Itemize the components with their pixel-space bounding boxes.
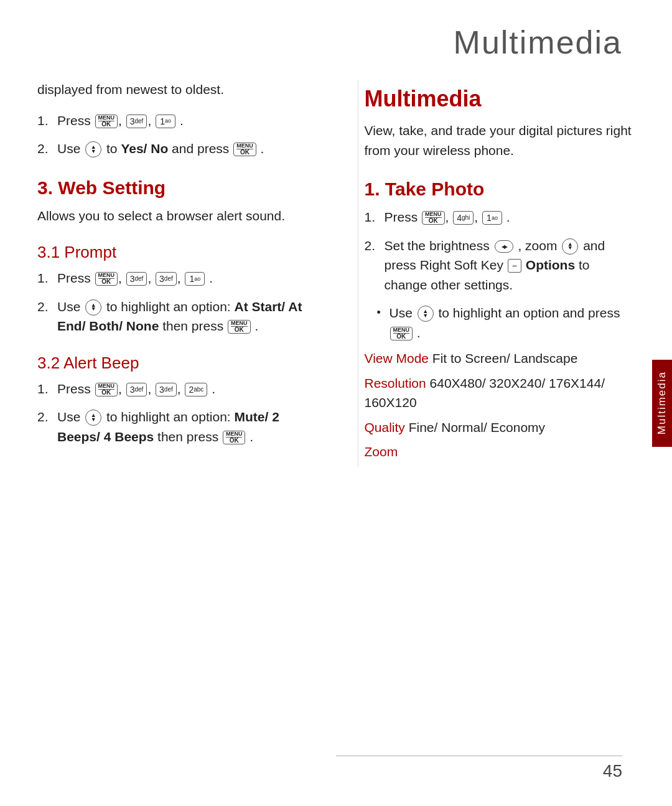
key-4ghi: 4ghi — [453, 211, 474, 225]
left-column: displayed from newest to oldest. 1. Pres… — [37, 80, 320, 467]
side-tab-label: Multimedia — [656, 371, 668, 434]
nav-icon — [85, 141, 101, 157]
zoom-label: Zoom — [365, 442, 635, 462]
key-3def-d: 3def — [156, 383, 177, 396]
alert-beep-heading: 3.2 Alert Beep — [37, 354, 308, 373]
nav-icon-5 — [418, 306, 434, 322]
right-column: Multimedia View, take, and trade your di… — [358, 80, 635, 467]
nav-icon-4 — [562, 238, 578, 255]
web-setting-heading: 3. Web Setting — [37, 177, 308, 199]
take-photo-step-1: 1. Press MENUOK, 4ghi, 1ao . — [365, 207, 635, 227]
menu-ok-key-4: MENUOK — [228, 320, 251, 334]
bullet-item: • Use to highlight an option and press M… — [377, 303, 635, 342]
intro-step-2: 2. Use to Yes/ No and press MENUOK . — [37, 139, 308, 159]
bottom-divider — [336, 756, 622, 756]
minus-key: − — [508, 259, 521, 273]
multimedia-desc: View, take, and trade your digital pictu… — [365, 121, 635, 160]
resolution-label: Resolution 640X480/ 320X240/ 176X144/ 16… — [365, 373, 635, 413]
key-3def-b: 3def — [156, 272, 177, 286]
prompt-step-1: 1. Press MENUOK, 3def, 3def, 1ao . — [37, 268, 308, 288]
key-1ao-a: 1ao — [185, 272, 205, 286]
key-1ao: 1ao — [156, 115, 175, 128]
menu-ok-key-6: MENUOK — [223, 431, 246, 444]
page-title: Multimedia — [0, 0, 672, 73]
take-photo-heading: 1. Take Photo — [365, 179, 635, 200]
key-2abc: 2abc — [185, 383, 207, 396]
menu-ok-key-7: MENUOK — [422, 211, 445, 225]
nav-icon-2 — [85, 299, 101, 316]
quality-label: Quality Fine/ Normal/ Economy — [365, 418, 635, 438]
side-tab: Multimedia — [652, 360, 672, 447]
prompt-heading: 3.1 Prompt — [37, 243, 308, 262]
menu-ok-key-3: MENUOK — [95, 272, 118, 286]
lr-nav-icon: ◂▸ — [495, 240, 513, 253]
key-3def: 3def — [126, 115, 147, 128]
view-mode-label: View Mode Fit to Screen/ Landscape — [365, 349, 635, 368]
menu-ok-key: MENUOK — [95, 115, 118, 128]
take-photo-step-2: 2. Set the brightness ◂▸ , zoom and pres… — [365, 236, 635, 295]
intro-step-1: 1. Press MENUOK, 3def, 1ao . — [37, 111, 308, 131]
key-1ao-b: 1ao — [482, 211, 502, 225]
menu-ok-key-5: MENUOK — [95, 383, 118, 396]
key-3def-c: 3def — [126, 383, 147, 396]
menu-ok-key-2: MENUOK — [233, 143, 256, 156]
prompt-step-2: 2. Use to highlight an option: At Start/… — [37, 297, 308, 336]
web-setting-desc: Allows you to select a browser alert sou… — [37, 206, 308, 226]
intro-text: displayed from newest to oldest. — [37, 80, 308, 100]
multimedia-section-heading: Multimedia — [365, 86, 635, 112]
alert-step-1: 1. Press MENUOK, 3def, 3def, 2abc . — [37, 379, 308, 399]
menu-ok-key-8: MENUOK — [390, 327, 413, 340]
page-number: 45 — [603, 761, 622, 781]
alert-step-2: 2. Use to highlight an option: Mute/ 2 B… — [37, 407, 308, 446]
key-3def-a: 3def — [126, 272, 147, 286]
nav-icon-3 — [85, 410, 101, 426]
